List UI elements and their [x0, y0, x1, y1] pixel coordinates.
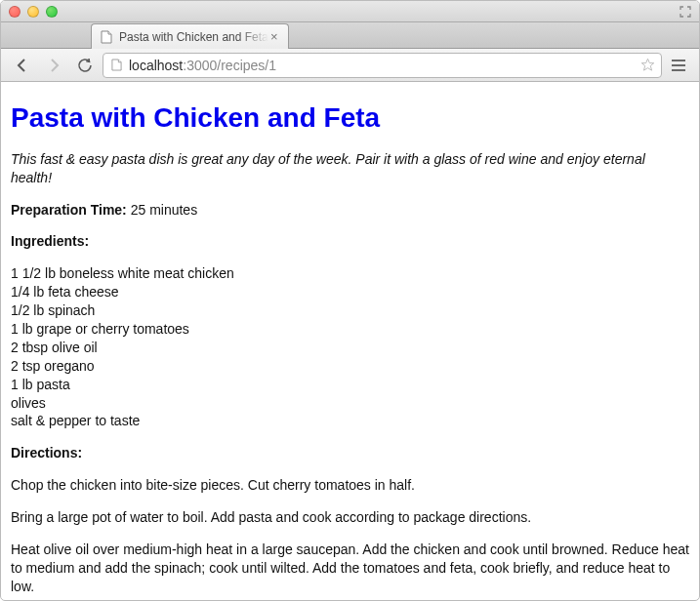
window-titlebar — [1, 1, 699, 22]
forward-button[interactable] — [40, 53, 67, 78]
page-title: Pasta with Chicken and Feta — [11, 100, 689, 137]
ingredient-item: 2 tbsp olive oil — [11, 339, 689, 357]
page-icon — [100, 30, 113, 44]
direction-step: Heat olive oil over medium-high heat in … — [11, 541, 689, 596]
hamburger-icon — [672, 60, 685, 61]
ingredient-item: 1/2 lb spinach — [11, 301, 689, 320]
url-host: localhost — [129, 58, 183, 73]
bookmark-star-icon[interactable] — [639, 58, 655, 73]
close-icon[interactable]: × — [268, 29, 280, 44]
ingredient-item: salt & pepper to taste — [11, 412, 689, 430]
url-text: localhost:3000/recipes/1 — [129, 58, 634, 73]
ingredient-item: 1 lb pasta — [11, 376, 689, 394]
prep-time-label: Preparation Time: — [11, 202, 127, 218]
ingredient-item: 1 lb grape or cherry tomatoes — [11, 320, 689, 339]
tab-strip: Pasta with Chicken and Feta × — [1, 22, 699, 49]
recipe-description: This fast & easy pasta dish is great any… — [11, 150, 689, 187]
page-icon — [109, 59, 123, 72]
directions-heading: Directions: — [11, 444, 689, 462]
prep-time: Preparation Time: 25 minutes — [11, 201, 689, 220]
browser-toolbar: localhost:3000/recipes/1 — [1, 49, 699, 82]
reload-button[interactable] — [71, 53, 99, 78]
fullscreen-icon[interactable] — [679, 6, 691, 18]
back-button[interactable] — [9, 53, 36, 78]
svg-marker-0 — [641, 59, 654, 70]
ingredient-item: 1/4 lb feta cheese — [11, 283, 689, 301]
window-close-button[interactable] — [9, 6, 21, 18]
direction-step: Bring a large pot of water to boil. Add … — [11, 508, 689, 527]
ingredient-item: 2 tsp oregano — [11, 357, 689, 376]
url-path: /recipes/1 — [217, 58, 276, 73]
address-bar[interactable]: localhost:3000/recipes/1 — [103, 53, 662, 78]
direction-step: Chop the chicken into bite-size pieces. … — [11, 476, 689, 495]
page-content: Pasta with Chicken and Feta This fast & … — [1, 82, 699, 600]
tab-title: Pasta with Chicken and Feta — [119, 30, 268, 44]
browser-tab[interactable]: Pasta with Chicken and Feta × — [91, 23, 289, 49]
ingredient-item: 1 1/2 lb boneless white meat chicken — [11, 264, 689, 283]
menu-button[interactable] — [666, 53, 691, 78]
window-zoom-button[interactable] — [46, 6, 58, 18]
directions-list: Chop the chicken into bite-size pieces. … — [11, 476, 689, 600]
window-controls — [9, 6, 58, 18]
ingredient-item: olives — [11, 394, 689, 413]
window-minimize-button[interactable] — [27, 6, 39, 18]
ingredients-heading: Ingredients: — [11, 232, 689, 251]
prep-time-value: 25 minutes — [127, 202, 197, 218]
url-port: :3000 — [183, 58, 217, 73]
ingredients-list: 1 1/2 lb boneless white meat chicken1/4 … — [11, 264, 689, 430]
